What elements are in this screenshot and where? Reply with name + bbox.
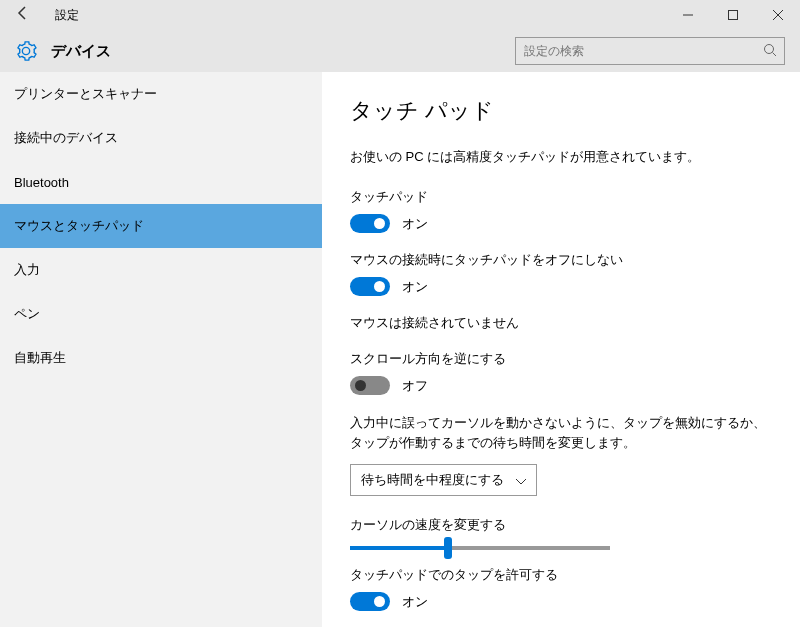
maximize-button[interactable] [710,0,755,30]
arrow-left-icon [15,5,31,21]
sidebar-item-label: 自動再生 [14,349,66,367]
sidebar-item-typing[interactable]: 入力 [0,248,322,292]
sidebar-item-label: 入力 [14,261,40,279]
slider-thumb[interactable] [444,537,452,559]
cursor-speed-slider[interactable] [350,546,610,550]
toggle-knob-icon [374,218,385,229]
scroll-reverse-label: スクロール方向を逆にする [350,350,770,368]
sidebar-item-printers[interactable]: プリンターとスキャナー [0,72,322,116]
sidebar-item-pen[interactable]: ペン [0,292,322,336]
header-title: デバイス [51,42,111,61]
sidebar-item-label: ペン [14,305,40,323]
touchpad-label: タッチパッド [350,188,770,206]
gear-icon [15,40,37,62]
search-icon [763,43,777,57]
window-controls [665,0,800,30]
sidebar-item-label: Bluetooth [14,175,69,190]
toggle-knob-icon [374,281,385,292]
touchpad-state: オン [402,215,428,233]
header: デバイス [0,30,800,72]
delay-description: 入力中に誤ってカーソルを動かさないように、タップを無効にするか、タップが作動する… [350,413,770,452]
page-title: タッチ パッド [350,96,770,126]
sidebar: プリンターとスキャナー 接続中のデバイス Bluetooth マウスとタッチパッ… [0,72,322,627]
scroll-reverse-toggle[interactable] [350,376,390,395]
toggle-knob-icon [355,380,366,391]
svg-rect-1 [728,11,737,20]
close-button[interactable] [755,0,800,30]
scroll-reverse-state: オフ [402,377,428,395]
minimize-icon [683,10,693,20]
sidebar-item-mouse-touchpad[interactable]: マウスとタッチパッド [0,204,322,248]
close-icon [773,10,783,20]
mouse-status: マウスは接続されていません [350,314,770,332]
sidebar-item-label: 接続中のデバイス [14,129,118,147]
svg-point-4 [765,45,774,54]
slider-fill [350,546,448,550]
touchpad-toggle[interactable] [350,214,390,233]
minimize-button[interactable] [665,0,710,30]
content-pane: タッチ パッド お使いの PC には高精度タッチパッドが用意されています。 タッ… [322,72,800,627]
maximize-icon [728,10,738,20]
mouse-off-label: マウスの接続時にタッチパッドをオフにしない [350,251,770,269]
search-input[interactable] [515,37,785,65]
delay-dropdown[interactable]: 待ち時間を中程度にする [350,464,537,496]
sidebar-item-connected-devices[interactable]: 接続中のデバイス [0,116,322,160]
titlebar: 設定 [0,0,800,30]
chevron-down-icon [516,473,526,488]
tap-allow-state: オン [402,593,428,611]
mouse-off-state: オン [402,278,428,296]
tap-allow-toggle[interactable] [350,592,390,611]
mouse-off-toggle[interactable] [350,277,390,296]
sidebar-item-bluetooth[interactable]: Bluetooth [0,160,322,204]
sidebar-item-autoplay[interactable]: 自動再生 [0,336,322,380]
tap-allow-label: タッチパッドでのタップを許可する [350,566,770,584]
sidebar-item-label: プリンターとスキャナー [14,85,157,103]
search-box [515,37,785,65]
svg-line-5 [773,53,777,57]
cursor-speed-label: カーソルの速度を変更する [350,516,770,534]
window-title: 設定 [55,7,79,24]
intro-text: お使いの PC には高精度タッチパッドが用意されています。 [350,148,770,166]
toggle-knob-icon [374,596,385,607]
sidebar-item-label: マウスとタッチパッド [14,217,144,235]
back-button[interactable] [15,5,45,25]
dropdown-value: 待ち時間を中程度にする [361,471,504,489]
